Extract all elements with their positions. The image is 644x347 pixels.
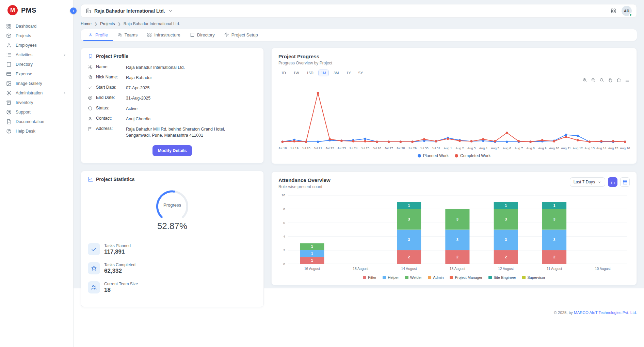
- range-1m[interactable]: 1M: [318, 70, 329, 76]
- progress-gauge: Progress: [150, 187, 194, 220]
- svg-text:Aug 7: Aug 7: [515, 147, 523, 150]
- legend-label: Fitter: [368, 275, 376, 280]
- company-selector[interactable]: Raja Bahadur International Ltd.: [86, 8, 173, 14]
- legend-item[interactable]: Fitter: [363, 275, 376, 280]
- zoom-in-icon[interactable]: [582, 78, 587, 83]
- user-avatar[interactable]: AD: [622, 6, 632, 16]
- select-value: Last 7 Days: [574, 180, 595, 184]
- sidebar-item-label: Administration: [16, 91, 43, 95]
- breadcrumb-separator: ❯: [118, 22, 121, 26]
- range-3m[interactable]: 3M: [331, 70, 341, 76]
- breadcrumb-home[interactable]: Home: [81, 21, 92, 26]
- button-row: Modify Details: [88, 145, 257, 156]
- pan-icon[interactable]: [608, 78, 613, 83]
- box-icon: [6, 33, 12, 39]
- zoom-out-icon[interactable]: [591, 78, 596, 83]
- svg-text:Jul 30: Jul 30: [420, 147, 429, 150]
- app-name: PMS: [21, 6, 36, 14]
- header-actions: AD: [611, 6, 632, 16]
- apps-grid-icon[interactable]: [611, 8, 616, 14]
- date-range-select[interactable]: Last 7 Days: [570, 177, 605, 187]
- sidebar-item-documentation[interactable]: Documentation: [0, 117, 73, 126]
- svg-text:Jul 25: Jul 25: [361, 147, 369, 150]
- chart-view-button[interactable]: [608, 177, 617, 187]
- legend-swatch: [522, 276, 526, 279]
- chevron-right-icon: [62, 91, 67, 95]
- page-footer: © 2025, by MARCO AIoT Technologies Pvt. …: [81, 311, 637, 315]
- tab-directory[interactable]: Directory: [185, 29, 220, 41]
- field-label: Address:: [96, 126, 123, 131]
- check-icon: [88, 243, 100, 255]
- sidebar-item-projects[interactable]: Projects: [0, 31, 73, 41]
- tab-project-setup[interactable]: Project Setup: [220, 29, 263, 41]
- breadcrumb-projects[interactable]: Projects: [100, 21, 115, 26]
- svg-text:Jul 28: Jul 28: [396, 147, 405, 150]
- legend-item[interactable]: Planned Work: [418, 153, 449, 158]
- menu-icon[interactable]: [625, 78, 630, 83]
- content-grid: Project Profile Name: Raja Bahadur Inter…: [81, 48, 637, 307]
- legend-item[interactable]: Site Engineer: [488, 275, 516, 280]
- legend-swatch: [383, 276, 386, 279]
- legend-item[interactable]: Project Manager: [450, 275, 482, 280]
- sidebar-item-directory[interactable]: Directory: [0, 60, 73, 69]
- sidebar-item-help-desk[interactable]: Help Desk: [0, 126, 73, 136]
- profile-field-status: Status: Active: [88, 106, 257, 112]
- project-statistics-card: Project Statistics Progress 52.87% Tasks…: [81, 171, 264, 307]
- grid-icon: [147, 32, 152, 37]
- flag-icon: [88, 126, 93, 131]
- selection-zoom-icon[interactable]: [599, 78, 604, 83]
- svg-text:10 August: 10 August: [595, 267, 611, 271]
- range-5y[interactable]: 5Y: [356, 70, 366, 76]
- legend-label: Helper: [388, 275, 399, 280]
- left-column: Project Profile Name: Raja Bahadur Inter…: [81, 48, 264, 307]
- card-header: Project Statistics: [88, 177, 257, 182]
- gear-icon: [88, 65, 93, 70]
- top-header: Raja Bahadur International Ltd. AD: [81, 4, 637, 18]
- app-logo[interactable]: M PMS: [0, 0, 73, 19]
- svg-text:1: 1: [311, 258, 313, 262]
- profile-field-start-date: Start Date: 07-Apr-2025: [88, 85, 257, 91]
- modify-details-button[interactable]: Modify Details: [152, 145, 192, 156]
- tab-infrastructure[interactable]: Infrastructure: [142, 29, 185, 41]
- tab-teams[interactable]: Teams: [113, 29, 142, 41]
- footer-link[interactable]: MARCO AIoT Technologies Pvt. Ltd.: [574, 311, 637, 315]
- building-icon: [86, 8, 91, 14]
- range-1d[interactable]: 1D: [278, 70, 289, 76]
- svg-text:Aug 9: Aug 9: [538, 147, 547, 150]
- svg-text:10: 10: [281, 194, 285, 197]
- sidebar-collapse-button[interactable]: ‹: [70, 7, 77, 14]
- legend-item[interactable]: Admin: [428, 275, 444, 280]
- svg-text:1: 1: [505, 203, 507, 208]
- stat-value: 117,891: [104, 248, 131, 255]
- legend-item[interactable]: Helper: [383, 275, 399, 280]
- sidebar-item-expense[interactable]: Expense: [0, 69, 73, 79]
- svg-text:Jul 22: Jul 22: [325, 147, 334, 150]
- sidebar-item-image-gallery[interactable]: Image Gallery: [0, 79, 73, 88]
- sidebar-item-administration[interactable]: Administration: [0, 88, 73, 98]
- field-value: Raja Bahadur Mill Rd, behind Sheraton Gr…: [126, 126, 238, 138]
- reset-home-icon[interactable]: [616, 78, 621, 83]
- legend-item[interactable]: Welder: [405, 275, 422, 280]
- sidebar-item-support[interactable]: Support: [0, 107, 73, 117]
- svg-text:Aug 12: Aug 12: [573, 147, 583, 150]
- range-1w[interactable]: 1W: [291, 70, 302, 76]
- legend-swatch: [418, 154, 421, 157]
- svg-text:13 August: 13 August: [450, 267, 465, 271]
- range-1y[interactable]: 1Y: [343, 70, 353, 76]
- svg-text:2: 2: [408, 255, 410, 259]
- legend-swatch: [455, 154, 458, 157]
- sidebar-item-activities[interactable]: Activities: [0, 50, 73, 60]
- stat-list: Tasks Planned 117,891 Tasks Completed 62…: [88, 243, 257, 293]
- legend-item[interactable]: Completed Work: [455, 153, 490, 158]
- sidebar-item-employees[interactable]: Employees: [0, 41, 73, 50]
- sidebar-item-inventory[interactable]: Inventory: [0, 98, 73, 107]
- stat-value: 18: [104, 287, 138, 293]
- sidebar-item-dashboard[interactable]: Dashboard: [0, 21, 73, 31]
- range-15d[interactable]: 15D: [304, 70, 316, 76]
- tab-profile[interactable]: Profile: [83, 29, 113, 41]
- progress-chart-legend: Planned WorkCompleted Work: [278, 153, 630, 158]
- field-value: 07-Apr-2025: [126, 85, 150, 91]
- legend-item[interactable]: Supervisor: [522, 275, 545, 280]
- table-view-button[interactable]: [620, 177, 630, 187]
- app-root: M PMS Dashboard Projects Employees Activ…: [0, 0, 644, 347]
